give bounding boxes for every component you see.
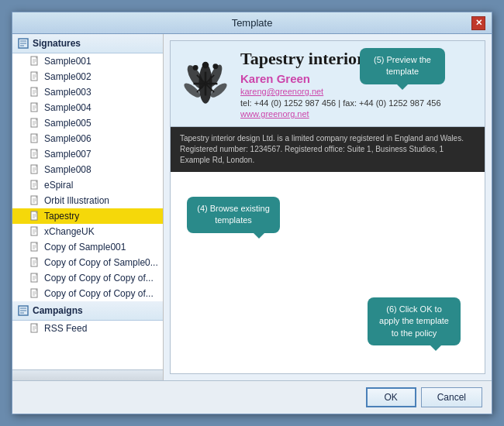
contact-phone: tel: +44 (0) 1252 987 456 | fax: +44 (0)… — [240, 98, 473, 108]
tree-item[interactable]: Copy of Copy of Copy of... — [12, 270, 163, 286]
tree-item[interactable]: Sample003 — [12, 84, 163, 100]
tree-item-label: Sample008 — [44, 164, 91, 175]
tree-item-label: eSpiral — [44, 180, 73, 191]
preview-area: Tapestry interior design Karen Green kar… — [170, 40, 485, 374]
close-button[interactable]: ✕ — [471, 16, 485, 30]
tree-item-label: Sample003 — [44, 87, 91, 98]
tree-item[interactable]: xChangeUK — [12, 224, 163, 239]
campaigns-item[interactable]: RSS Feed — [12, 321, 163, 336]
scroll-bottom — [12, 369, 163, 380]
preview-header: Tapestry interior design Karen Green kar… — [171, 41, 485, 126]
tree-item[interactable]: Copy of Copy of Copy of... — [12, 286, 163, 301]
campaigns-section[interactable]: Campaigns — [12, 301, 163, 321]
signatures-section[interactable]: Signatures — [12, 34, 163, 53]
dialog-body: Signatures Sample001 Sample002 Sample003 — [12, 34, 492, 380]
tree-item[interactable]: Sample004 — [12, 100, 163, 115]
tree-item-label: Copy of Sample001 — [44, 242, 126, 253]
tree-item-label: Sample007 — [44, 149, 91, 160]
company-name: Tapestry interior design — [240, 49, 473, 69]
tree-item-label: xChangeUK — [44, 226, 95, 237]
tree-item[interactable]: Sample005 — [12, 115, 163, 131]
tree-item-label: Copy of Copy of Copy of... — [44, 288, 154, 299]
tree-item[interactable]: Copy of Sample001 — [12, 239, 163, 255]
tree-item[interactable]: Sample006 — [12, 131, 163, 146]
contact-name: Karen Green — [240, 72, 473, 85]
right-panel: (5) Preview the template (4) Browse exis… — [164, 34, 492, 380]
preview-footer: Tapestry interior design Ltd. is a limit… — [171, 127, 485, 172]
title-bar: Template ✕ — [12, 12, 492, 34]
campaigns-item-label: RSS Feed — [44, 323, 87, 334]
tree-item-label: Sample001 — [44, 56, 91, 67]
svg-point-83 — [212, 64, 218, 69]
preview-company: Tapestry interior design Karen Green kar… — [240, 49, 473, 119]
left-panel: Signatures Sample001 Sample002 Sample003 — [12, 34, 164, 380]
campaigns-label: Campaigns — [33, 305, 83, 316]
campaigns-items: RSS Feed — [12, 321, 163, 336]
tree-item-label: Sample004 — [44, 102, 91, 113]
ok-button[interactable]: OK — [366, 387, 416, 407]
tree-item[interactable]: Sample008 — [12, 162, 163, 177]
cancel-button[interactable]: Cancel — [421, 387, 482, 407]
tree-item[interactable]: eSpiral — [12, 177, 163, 193]
tree-item-label: Sample006 — [44, 133, 91, 144]
tree-item-label: Sample005 — [44, 118, 91, 129]
tree-item-label: Tapestry — [44, 211, 79, 222]
tree-item[interactable]: Tapestry — [12, 208, 163, 224]
dialog-title: Template — [33, 17, 471, 29]
tree-item-label: Orbit Illustration — [44, 195, 109, 206]
dialog-footer: OK Cancel — [12, 380, 492, 414]
tree-item[interactable]: Sample007 — [12, 146, 163, 162]
signatures-icon — [17, 37, 29, 50]
tree-item[interactable]: Copy of Copy of Sample0... — [12, 255, 163, 270]
contact-web: www.greenorg.net — [240, 109, 473, 119]
company-logo — [182, 60, 229, 107]
contact-email: kareng@greenorg.net — [240, 87, 473, 96]
tree-items: Sample001 Sample002 Sample003 Sample004 … — [12, 53, 163, 301]
template-dialog: Template ✕ Signatures — [12, 12, 492, 414]
signatures-label: Signatures — [33, 38, 81, 49]
tree-item-label: Sample002 — [44, 71, 91, 82]
tree-item-label: Copy of Copy of Copy of... — [44, 273, 154, 283]
tree-item[interactable]: Sample002 — [12, 69, 163, 84]
tree-scroll[interactable]: Signatures Sample001 Sample002 Sample003 — [12, 34, 163, 369]
tree-item[interactable]: Orbit Illustration — [12, 193, 163, 208]
tree-item-label: Copy of Copy of Sample0... — [44, 257, 158, 268]
svg-point-82 — [193, 65, 198, 70]
tree-item[interactable]: Sample001 — [12, 53, 163, 69]
svg-point-81 — [202, 62, 209, 69]
campaigns-icon — [17, 304, 29, 317]
